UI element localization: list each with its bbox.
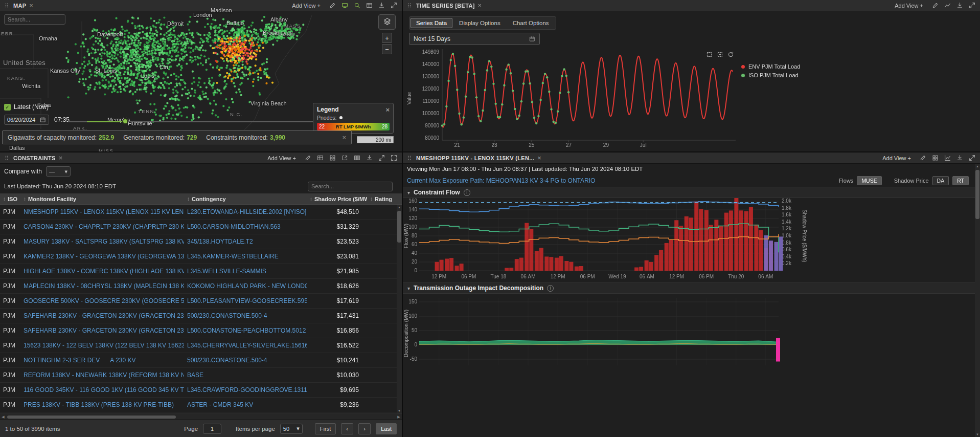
scrollbar-thumb[interactable]: [397, 211, 401, 243]
table-row[interactable]: PJMMASURY 138KV - SALTSPRG 138KV (SALTSP…: [0, 234, 402, 249]
cell-monitored-facility[interactable]: MASURY 138KV - SALTSPRG 138KV (SALTSPRG …: [20, 238, 184, 245]
add-view-button[interactable]: Add View +: [267, 155, 296, 161]
download-icon[interactable]: [378, 2, 385, 9]
cell-monitored-facility[interactable]: HIGHLAOE 138KV - COMERC 138KV (HIGHLAOE …: [20, 268, 184, 275]
horizontal-scrollbar[interactable]: ◀ ▶: [0, 413, 402, 420]
zoom-in-button[interactable]: +: [382, 33, 392, 43]
column-header-contingency[interactable]: ↕Contingency: [184, 196, 307, 202]
column-header-monitored-facility[interactable]: ↕Monitored Facility: [20, 196, 184, 202]
sort-icon[interactable]: ↕: [370, 196, 373, 202]
table-icon[interactable]: [316, 154, 324, 162]
column-header-iso[interactable]: ↕ISO: [0, 196, 20, 202]
add-view-button[interactable]: Add View +: [882, 155, 911, 161]
fullscreen-icon[interactable]: [968, 2, 976, 9]
cell-contingency[interactable]: L345.KAMMER-WESTBELLAIRE: [184, 253, 307, 260]
close-icon[interactable]: ×: [537, 155, 541, 161]
scrollbar-thumb[interactable]: [975, 170, 979, 219]
monitor-icon[interactable]: [341, 2, 349, 9]
info-icon[interactable]: i: [547, 285, 554, 292]
fullscreen-icon[interactable]: [968, 154, 976, 162]
latest-now-checkbox[interactable]: ✓: [4, 104, 11, 111]
cell-monitored-facility[interactable]: KAMMER2 138KV - GEORGEWA 138KV (GEORGEWA…: [20, 253, 184, 260]
sort-icon[interactable]: ↕: [3, 196, 6, 202]
legend-close-icon[interactable]: ×: [385, 106, 390, 113]
cell-monitored-facility[interactable]: SAFEHARB 230KV - GRACETON 230KV (GRACETO…: [20, 312, 184, 319]
page-input[interactable]: [203, 424, 221, 434]
legend-item[interactable]: ENV PJM Total Load: [741, 63, 800, 70]
scroll-right-icon[interactable]: ▶: [396, 415, 402, 419]
table-icon[interactable]: [366, 2, 373, 9]
pencil-icon[interactable]: [304, 154, 312, 162]
status-close-icon[interactable]: ×: [342, 134, 346, 141]
line-chart-icon[interactable]: [944, 154, 951, 162]
cell-monitored-facility[interactable]: 116 GOOD 345KV - 116 GOOD 1KV (116 GOOD …: [20, 386, 184, 394]
scroll-up-icon[interactable]: ▲: [975, 164, 980, 169]
cell-contingency[interactable]: BASE: [184, 372, 307, 379]
max-exposure-path-link[interactable]: Current Max Exposure Path: MEHOOPAN13 KV…: [407, 177, 595, 184]
chart-icon[interactable]: [944, 2, 951, 9]
last-page-button[interactable]: Last: [376, 423, 397, 434]
table-row[interactable]: PJMNOTTINGHM 2-3 SER DEV A 230 KV500/230…: [0, 353, 402, 368]
cell-contingency[interactable]: 500/230.CONASTONE.500-4: [184, 312, 307, 319]
table-row[interactable]: PJMREFORM 138KV - NNEWARK 138KV (REFORM …: [0, 368, 402, 383]
constraint-flow-section-header[interactable]: ▾ Constraint Flow i: [403, 187, 980, 198]
cell-monitored-facility[interactable]: MAPLECIN 138KV - 08CHRYSL 138KV (MAPLECI…: [20, 282, 184, 290]
scroll-left-icon[interactable]: ◀: [0, 415, 6, 419]
scroll-down-icon[interactable]: ▼: [397, 408, 402, 413]
add-view-button[interactable]: Add View +: [292, 3, 321, 9]
sort-icon[interactable]: ↕: [310, 196, 312, 202]
cell-contingency[interactable]: L345.CHERRYVALLEY-SILVERLAKE.15616: [184, 342, 307, 349]
table-row[interactable]: PJMMAPLECIN 138KV - 08CHRYSL 138KV (MAPL…: [0, 279, 402, 294]
cell-monitored-facility[interactable]: 15623 138KV - 122 BELV 138KV (122 BELV 1…: [20, 342, 184, 349]
cell-contingency[interactable]: L230.ETOWANDA-HILLSIDE.2002 [NYISO]: [184, 208, 307, 215]
next-page-button[interactable]: ›: [358, 423, 371, 434]
cell-monitored-facility[interactable]: NMESHOPP 115KV - LENOX 115KV (LENOX 115 …: [20, 208, 184, 215]
constraint-flow-chart-canvas[interactable]: [403, 198, 980, 282]
add-view-button[interactable]: Add View +: [895, 3, 923, 9]
sort-icon[interactable]: ↕: [187, 196, 190, 202]
table-row[interactable]: PJMKAMMER2 138KV - GEORGEWA 138KV (GEORG…: [0, 249, 402, 264]
cell-contingency[interactable]: KOKOMO HIGHLAND PARK - NEW LONDON 230: [184, 282, 307, 290]
column-header-rating[interactable]: ↕Rating: [367, 196, 392, 202]
scroll-up-icon[interactable]: ▲: [397, 205, 402, 210]
expand-icon[interactable]: [390, 154, 398, 162]
download-icon[interactable]: [366, 154, 373, 162]
compare-with-dropdown[interactable]: — ▾: [46, 166, 71, 177]
fullscreen-icon[interactable]: [390, 2, 398, 9]
tab-display-options[interactable]: Display Options: [453, 18, 506, 28]
download-icon[interactable]: [956, 154, 964, 162]
cell-contingency[interactable]: L500.CONASTONE-PEACHBOTTOM.5012: [184, 327, 307, 334]
first-page-button[interactable]: First: [315, 423, 336, 434]
hscrollbar-thumb[interactable]: [7, 416, 176, 419]
table-row[interactable]: PJMSAFEHARB 230KV - GRACETON 230KV (GRAC…: [0, 323, 402, 338]
scroll-down-icon[interactable]: ▼: [975, 432, 980, 437]
outage-decomposition-section-header[interactable]: ▾ Transmission Outage Impact Decompositi…: [403, 282, 980, 294]
date-picker[interactable]: 06/20/2024: [4, 115, 49, 125]
close-icon[interactable]: ×: [29, 2, 33, 9]
cell-monitored-facility[interactable]: SAFEHARB 230KV - GRACETON 230KV (GRACETO…: [20, 327, 184, 334]
cell-monitored-facility[interactable]: REFORM 138KV - NNEWARK 138KV (REFORM 138…: [20, 372, 184, 379]
table-row[interactable]: PJM15623 138KV - 122 BELV 138KV (122 BEL…: [0, 338, 402, 353]
pencil-icon[interactable]: [931, 2, 939, 9]
map-search-input[interactable]: [4, 14, 65, 25]
table-row[interactable]: PJMHIGHLAOE 138KV - COMERC 138KV (HIGHLA…: [0, 264, 402, 279]
timeseries-chart-canvas[interactable]: [403, 46, 980, 151]
columns-icon[interactable]: [353, 154, 361, 162]
cell-monitored-facility[interactable]: PRES 138KV - TIBB 138KV (PRES 138 KV PRE…: [20, 401, 184, 408]
table-row[interactable]: PJMCARSON4 230KV - CHAPRLTP 230KV (CHAPR…: [0, 220, 402, 234]
layers-button[interactable]: [378, 14, 396, 30]
column-header-shadow-price-mwh-[interactable]: ↕Shadow Price ($/MWh): [307, 196, 367, 202]
slider-handle[interactable]: [122, 118, 128, 124]
close-icon[interactable]: ×: [478, 2, 482, 9]
info-icon[interactable]: i: [464, 189, 470, 196]
pencil-icon[interactable]: [919, 154, 927, 162]
cell-contingency[interactable]: ASTER - CMDR 345 KV: [184, 401, 307, 408]
muse-toggle[interactable]: MUSE: [857, 176, 881, 185]
cell-contingency[interactable]: L500.PLEASANTVIEW-GOOSECREEK.595: [184, 297, 307, 304]
cell-monitored-facility[interactable]: CARSON4 230KV - CHAPRLTP 230KV (CHAPRLTP…: [20, 223, 184, 230]
tab-chart-options[interactable]: Chart Options: [507, 18, 555, 28]
constraints-search-input[interactable]: [308, 182, 393, 191]
cell-monitored-facility[interactable]: GOOSECRE 500KV - GOOSECRE 230KV (GOOSECR…: [20, 297, 184, 304]
cell-contingency[interactable]: L500.CARSON-MIDLOTHIAN.563: [184, 223, 307, 230]
table-row[interactable]: PJMPRES 138KV - TIBB 138KV (PRES 138 KV …: [0, 398, 402, 412]
